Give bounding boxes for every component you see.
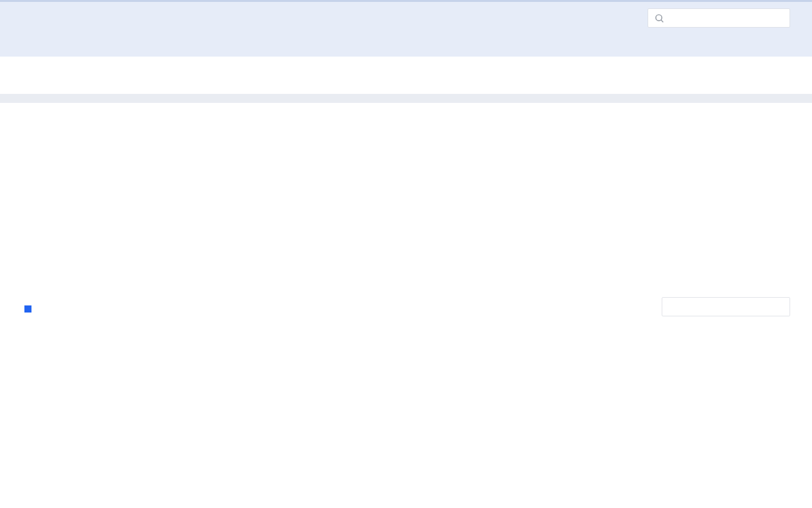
toolbar bbox=[0, 57, 812, 94]
search-input[interactable] bbox=[669, 14, 783, 23]
compare-word-input[interactable] bbox=[669, 302, 783, 311]
legend-swatch bbox=[24, 305, 31, 313]
metric-cards bbox=[18, 134, 789, 287]
header bbox=[0, 0, 812, 35]
search-icon bbox=[655, 14, 664, 23]
search-box[interactable] bbox=[648, 8, 790, 28]
section-divider bbox=[0, 94, 812, 103]
compare-word-box[interactable] bbox=[662, 297, 790, 316]
tab-bar bbox=[0, 35, 812, 57]
page bbox=[0, 0, 812, 508]
trend-chart bbox=[19, 322, 793, 490]
trend-panel bbox=[0, 103, 812, 508]
chart-legend bbox=[24, 305, 37, 313]
